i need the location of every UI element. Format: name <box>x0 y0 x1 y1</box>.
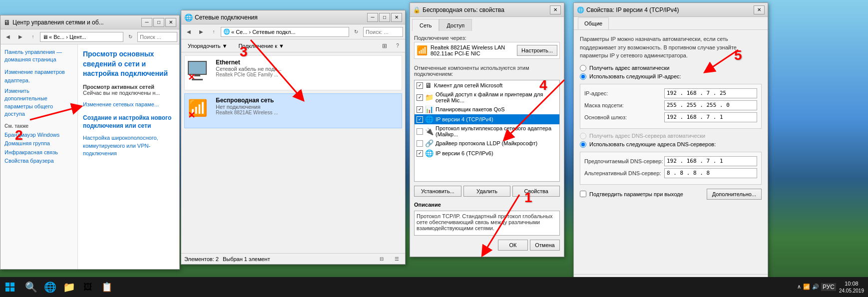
comp-icon-4: 🔌 <box>425 127 434 135</box>
comp-item-0[interactable]: ✓ 🖥 Клиент для сетей Microsoft <box>415 80 559 90</box>
win1-address-bar: ◀ ▶ ↑ 🖥 « Вс... › Цент... ↻ <box>0 29 179 44</box>
comp-item-5[interactable]: 🔗 Драйвер протокола LLDP (Майкрософт) <box>415 138 559 148</box>
win2-view-btn[interactable]: ⊞ <box>379 40 390 51</box>
win1-close[interactable]: ✕ <box>165 18 176 27</box>
win2-selected: Выбран 1 элемент <box>223 256 270 262</box>
alt-dns-input[interactable] <box>664 168 757 178</box>
comp-check-2[interactable]: ✓ <box>417 106 423 113</box>
install-btn[interactable]: Установить... <box>414 186 461 197</box>
taskbar-icon-0[interactable]: 🔍 <box>22 278 40 296</box>
sidebar-homegroup[interactable]: Домашняя группа <box>4 139 73 148</box>
win1-search[interactable] <box>137 32 177 42</box>
radio-auto-ip[interactable]: Получить адрес автоматически <box>580 65 762 71</box>
comp-name-4: Протокол мультиплексора сетевого адаптер… <box>435 125 557 137</box>
sidebar-firewall[interactable]: Брандмауэр Windows <box>4 131 73 140</box>
win1-change-params-link[interactable]: Изменение сетевых параме... <box>83 100 174 110</box>
preferred-dns-input[interactable] <box>664 156 757 166</box>
win4-close[interactable]: ✕ <box>754 5 765 14</box>
ip-tab-general[interactable]: Общие <box>578 17 609 29</box>
win2-refresh[interactable]: ↻ <box>351 26 362 37</box>
tray-lang[interactable]: РУС <box>821 283 836 291</box>
adapter-name: Realtek 8821AE Wireless LAN 802.11ac PCI… <box>431 44 514 56</box>
gateway-input[interactable] <box>664 112 757 122</box>
configure-btn[interactable]: Настроить... <box>517 45 557 56</box>
wireless-name: Беспроводная сеть <box>216 97 399 104</box>
win2-view-toggle[interactable]: ⊟ <box>376 254 387 265</box>
remove-btn[interactable]: Удалить <box>463 186 511 197</box>
radio-manual-dns-input[interactable] <box>580 141 586 148</box>
win2-close[interactable]: ✕ <box>391 13 402 22</box>
comp-icon-0: 🖥 <box>425 81 432 89</box>
radio-auto-ip-input[interactable] <box>580 65 586 71</box>
ip-address-input[interactable] <box>664 88 757 98</box>
comp-name-3: IP версии 4 (TCP/IPv4) <box>435 116 493 122</box>
sidebar-change-adapter[interactable]: Изменение параметров адаптера. <box>4 68 73 85</box>
win1-up[interactable]: ↑ <box>27 31 38 42</box>
comp-item-4[interactable]: 🔌 Протокол мультиплексора сетевого адапт… <box>415 124 559 138</box>
win2-minimize[interactable]: ─ <box>367 13 378 22</box>
validate-checkbox[interactable] <box>580 191 586 197</box>
radio-auto-dns[interactable]: Получить адрес DNS-сервера автоматически <box>580 133 762 139</box>
win1-back[interactable]: ◀ <box>2 31 13 42</box>
win2-count: Элементов: 2 <box>184 256 219 262</box>
win2-help-btn[interactable]: ? <box>392 40 403 51</box>
subnet-input[interactable] <box>664 100 757 110</box>
taskbar-icon-1[interactable]: 🌐 <box>41 278 59 296</box>
wireless-adapter: Realtek 8821AE Wireless ... <box>216 110 399 115</box>
taskbar-icon-4[interactable]: 📋 <box>98 278 116 296</box>
ethernet-icon: ✕ <box>188 59 212 83</box>
radio-manual-ip-input[interactable] <box>580 73 586 80</box>
comp-check-6[interactable]: ✓ <box>417 150 423 157</box>
comp-check-5[interactable] <box>417 140 423 147</box>
win4-controls: ✕ <box>754 5 765 14</box>
preferred-dns-label: Предпочитаемый DNS-сервер: <box>584 158 664 164</box>
win1-setup-link[interactable]: Настройка широкополосного, коммутируемог… <box>83 134 174 157</box>
win2-connect-btn[interactable]: Подключение к ▼ <box>234 40 289 51</box>
comp-item-6[interactable]: ✓ 🌐 IP версии 6 (TCP/IPv6) <box>415 148 559 158</box>
win2-maximize[interactable]: □ <box>379 13 390 22</box>
comp-item-2[interactable]: ✓ 📊 Планировщик пакетов QoS <box>415 104 559 114</box>
win3-ok[interactable]: ОК <box>498 240 528 251</box>
comp-check-0[interactable]: ✓ <box>417 82 423 89</box>
comp-check-4[interactable] <box>417 128 423 135</box>
tray-expand[interactable]: ∧ <box>797 284 801 290</box>
win2-view-list[interactable]: ☰ <box>391 254 402 265</box>
comp-item-3[interactable]: ✓ 🌐 IP версии 4 (TCP/IPv4) <box>415 114 559 124</box>
sidebar-infrared[interactable]: Инфракрасная связь <box>4 148 73 157</box>
sidebar-home-link[interactable]: Панель управления — домашняя страница <box>4 48 73 64</box>
win3-cancel[interactable]: Отмена <box>530 240 560 251</box>
wireless-item[interactable]: 📶 ✕ Беспроводная сеть Нет подключения Re… <box>184 93 402 128</box>
comp-check-3[interactable]: ✓ <box>417 116 423 123</box>
win1-create-link[interactable]: Создание и настройка нового подключения … <box>83 114 174 131</box>
win2-up[interactable]: ↑ <box>208 26 219 37</box>
win2-forward[interactable]: ▶ <box>196 26 207 37</box>
taskbar-icon-2[interactable]: 📁 <box>60 278 78 296</box>
win2-back[interactable]: ◀ <box>183 26 194 37</box>
comp-check-1[interactable]: ✓ <box>417 94 423 101</box>
wireless-properties-window: 🔒 Беспроводная сеть: свойства ✕ Сеть Дос… <box>410 2 564 257</box>
taskbar-date-text: 24.05.2019 <box>839 288 864 294</box>
comp-name-6: IP версии 6 (TCP/IPv6) <box>435 150 493 156</box>
tab-network[interactable]: Сеть <box>412 19 439 31</box>
properties-btn[interactable]: Свойства <box>512 186 560 197</box>
comp-item-1[interactable]: ✓ 📁 Общий доступ к файлам и принтерам дл… <box>415 90 559 104</box>
start-button[interactable] <box>0 277 20 297</box>
taskbar-datetime[interactable]: 10:08 24.05.2019 <box>839 280 864 294</box>
radio-auto-dns-input[interactable] <box>580 133 586 139</box>
win1-forward[interactable]: ▶ <box>15 31 26 42</box>
win2-search[interactable] <box>363 27 403 37</box>
advanced-btn[interactable]: Дополнительно... <box>707 189 762 200</box>
tab-access[interactable]: Доступ <box>439 19 472 31</box>
win1-minimize[interactable]: ─ <box>141 18 152 27</box>
sidebar-change-access[interactable]: Изменить дополнительные параметры общего… <box>4 87 73 118</box>
win1-maximize[interactable]: □ <box>153 18 164 27</box>
taskbar-icon-3[interactable]: 🖼 <box>79 278 97 296</box>
win3-close[interactable]: ✕ <box>550 5 561 14</box>
win1-change-params: Изменение сетевых параме... <box>83 100 174 110</box>
win1-refresh[interactable]: ↻ <box>125 31 136 42</box>
radio-manual-ip[interactable]: Использовать следующий IP-адрес: <box>580 73 762 80</box>
win2-organize-btn[interactable]: Упорядочить ▼ <box>183 40 232 51</box>
ethernet-item[interactable]: ✕ Ethernet Сетевой кабель не подк... Rea… <box>184 55 402 90</box>
radio-manual-dns[interactable]: Использовать следующие адреса DNS-сервер… <box>580 141 762 148</box>
sidebar-ie-props[interactable]: Свойства браузера <box>4 157 73 166</box>
